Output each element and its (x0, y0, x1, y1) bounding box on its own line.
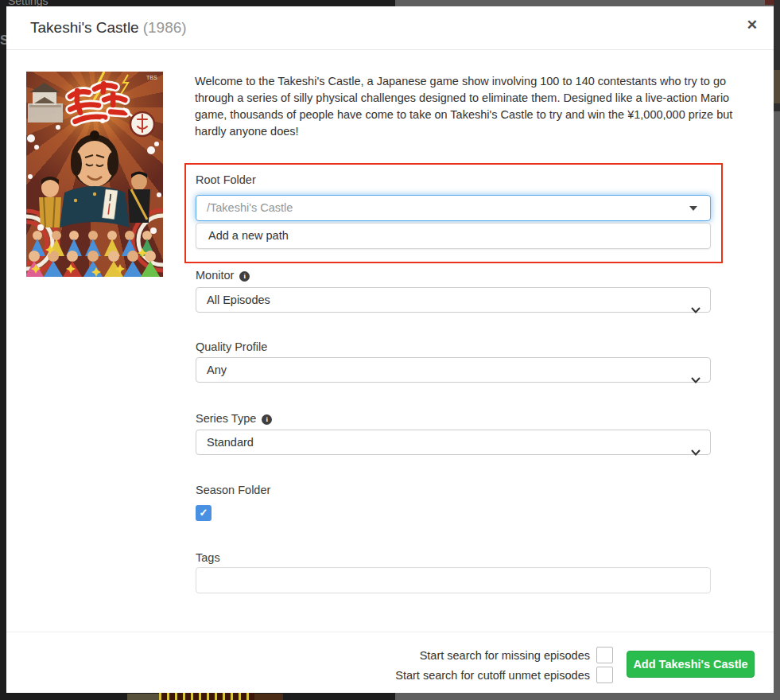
checkmark-icon: ✓ (200, 507, 208, 519)
side-figure-right (128, 172, 150, 224)
chevron-down-icon (691, 368, 700, 391)
season-folder-checkbox[interactable]: ✓ (196, 505, 211, 521)
poster-logo-text: TBS (146, 75, 157, 80)
root-folder-label: Root Folder (196, 173, 256, 186)
lightning-shape (120, 75, 128, 95)
root-folder-value: /Takeshi's Castle (207, 201, 293, 214)
info-icon[interactable]: i (239, 271, 250, 282)
monitor-value: All Episodes (207, 294, 270, 306)
background-fragment (254, 694, 283, 700)
background-poster-fragment (159, 693, 254, 700)
side-figure-left (39, 177, 61, 228)
page-title: Takeshi's Castle(1986) (30, 19, 187, 37)
series-type-select[interactable]: Standard (196, 430, 711, 455)
host-figure (60, 130, 130, 228)
caret-down-icon (689, 206, 697, 211)
info-icon[interactable]: i (262, 414, 272, 425)
poster-art: TBS (26, 72, 163, 277)
season-folder-label: Season Folder (196, 484, 270, 496)
root-folder-option-add-path[interactable]: Add a new path (196, 223, 711, 249)
monitor-label: Monitori (196, 269, 250, 282)
quality-profile-value: Any (207, 364, 227, 376)
monitor-select[interactable]: All Episodes (196, 287, 711, 313)
poster-title-calligraphy (68, 81, 127, 122)
quality-profile-select[interactable]: Any (196, 357, 711, 383)
background-fragment (127, 694, 159, 700)
chevron-down-icon (691, 440, 700, 464)
header-divider (6, 49, 774, 50)
tags-label: Tags (196, 551, 220, 564)
series-title: Takeshi's Castle (30, 19, 139, 36)
root-folder-select[interactable]: /Takeshi's Castle (196, 195, 711, 221)
quality-profile-label: Quality Profile (196, 340, 267, 353)
add-series-button[interactable]: Add Takeshi's Castle (627, 651, 755, 678)
castle-shape (28, 83, 63, 122)
series-poster: TBS (26, 72, 163, 277)
cutoff-search-label: Start search for cutoff unmet episodes (395, 667, 590, 684)
background-fragment (774, 70, 780, 103)
close-icon[interactable]: ✕ (747, 18, 758, 32)
cutoff-search-checkbox[interactable] (596, 667, 613, 683)
series-type-value: Standard (207, 436, 254, 449)
tags-input[interactable] (196, 567, 711, 593)
footer-divider (6, 632, 774, 632)
series-year: (1986) (143, 19, 187, 36)
series-overview: Welcome to the Takeshi's Castle, a Japan… (195, 73, 754, 140)
add-series-modal: Takeshi's Castle(1986) ✕ (6, 6, 774, 693)
crowd-row-2 (26, 251, 160, 277)
series-type-label: Series Typei (196, 412, 272, 425)
chevron-down-icon (691, 298, 700, 321)
missing-search-label: Start search for missing episodes (420, 648, 590, 664)
missing-search-checkbox[interactable] (596, 647, 613, 663)
